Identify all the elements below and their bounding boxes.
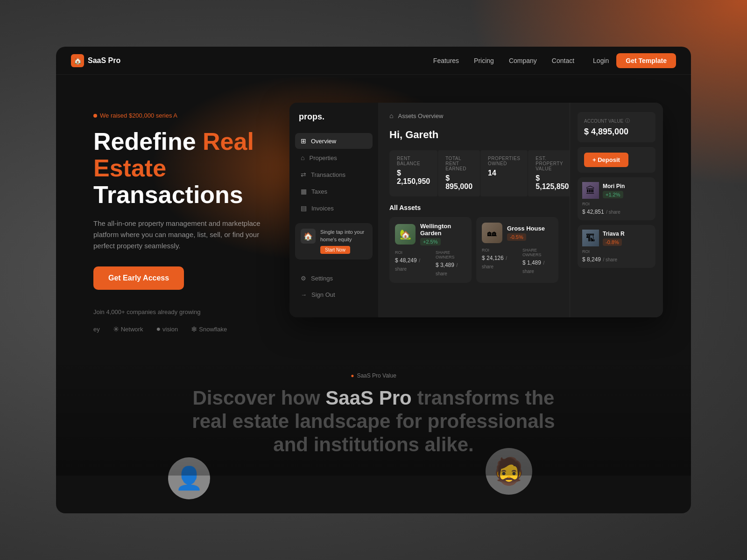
stat-property-value-label: EST. PROPERTY VALUE [536, 156, 569, 171]
gross-owners-label: SHARE OWNERS [522, 248, 553, 257]
triava-roi-unit: / share [603, 257, 618, 262]
wellington-owners: SHARE OWNERS $ 3,489 / share [436, 250, 466, 277]
nav-settings[interactable]: ⚙ Settings [295, 271, 373, 286]
stats-row: RENT BALANCE $ 2,150,950 TOTAL RENT EARN… [389, 150, 558, 196]
dash-bottom-nav: ⚙ Settings → Sign Out [289, 265, 378, 308]
nav-item-taxes-label: Taxes [311, 188, 327, 195]
gross-roi-value: $ 24,126 [482, 255, 504, 261]
hero-title-line2: Transactions [93, 181, 243, 208]
nav-item-transactions-label: Transactions [311, 171, 345, 178]
second-badge-label: SaaS Pro Value [357, 372, 396, 379]
asset-mori: 🏛 Mori Pin +1.2% ROI $ 42,851 / share [578, 177, 655, 220]
second-badge-dot: ● [351, 372, 354, 379]
nav-item-invoices-label: Invoices [311, 205, 334, 212]
nav-features[interactable]: Features [433, 57, 459, 64]
wellington-photo: 🏡 [395, 224, 416, 245]
notif-image: 🏠 [301, 229, 316, 244]
account-value-label: ACCOUNT VALUE ⓘ [584, 118, 649, 124]
wellington-roi-label: ROI [395, 250, 428, 255]
asset-wellington-info: Wellington Garden +2.5% [420, 223, 466, 245]
asset-grid: 🏡 Wellington Garden +2.5% ROI [389, 217, 558, 283]
hero-left: We raised $200,000 series A Redefine Rea… [93, 103, 271, 334]
hero-section: We raised $200,000 series A Redefine Rea… [56, 75, 691, 352]
nav-company[interactable]: Company [509, 57, 537, 64]
get-template-button[interactable]: Get Template [616, 53, 676, 68]
notif-text: Single tap into your home's equity [320, 229, 367, 243]
dash-nav: ⊞ Overview ⌂ Properties ⇄ Transactions ▦… [289, 133, 378, 217]
nav-pricing[interactable]: Pricing [474, 57, 494, 64]
all-assets-label: All Assets [389, 204, 558, 211]
dashboard-sidebar: props. ⊞ Overview ⌂ Properties ⇄ Transac… [289, 103, 378, 317]
stat-total-rent-label: TOTAL RENT EARNED [445, 156, 472, 171]
asset-gross-change: -0.5% [507, 233, 526, 241]
stat-rent-balance: RENT BALANCE $ 2,150,950 [389, 150, 437, 196]
notif-button[interactable]: Start Now [320, 246, 350, 254]
mori-change: +1.2% [603, 191, 623, 198]
mori-top: 🏛 Mori Pin +1.2% [582, 182, 651, 199]
triava-img: 🏗 [582, 230, 599, 246]
company-logos: ey ✳ Network ● vision ❄ Snowflake [93, 325, 271, 334]
nav-item-taxes[interactable]: ▦ Taxes [295, 183, 373, 199]
hero-title-white: Redefine [93, 128, 203, 155]
nav-item-invoices[interactable]: ▤ Invoices [295, 200, 373, 216]
triava-name: Triava R [603, 231, 625, 237]
wellington-owners-val: $ 3,489 / share [436, 260, 466, 277]
deposit-button[interactable]: + Deposit [584, 153, 628, 167]
navbar-logo: 🏠 SaaS Pro [71, 54, 120, 67]
second-badge: ● SaaS Pro Value [351, 372, 396, 379]
asset-wellington-top: 🏡 Wellington Garden +2.5% [395, 223, 466, 245]
mori-roi: ROI $ 42,851 / share [582, 202, 651, 216]
asset-wellington-change: +2.5% [420, 238, 441, 245]
mori-photo: 🏛 [582, 182, 599, 199]
gross-roi-label: ROI [482, 248, 515, 252]
nav-contact[interactable]: Contact [552, 57, 574, 64]
hero-badge: We raised $200,000 series A [93, 112, 271, 119]
second-section: ● SaaS Pro Value Discover how SaaS Pro t… [56, 352, 691, 476]
mori-name: Mori Pin [603, 183, 625, 189]
stat-property-value-value: $ 5,125,850 [536, 174, 569, 191]
gross-photo: 🏘 [482, 223, 502, 243]
nav-signout[interactable]: → Sign Out [295, 287, 373, 302]
logo-icon: 🏠 [71, 54, 84, 67]
second-title-line3: and institutions alike. [273, 434, 473, 455]
notif-content: Single tap into your home's equity Start… [320, 229, 367, 254]
nav-item-overview[interactable]: ⊞ Overview [295, 133, 373, 149]
transactions-icon: ⇄ [301, 171, 306, 178]
nav-item-transactions[interactable]: ⇄ Transactions [295, 167, 373, 182]
asset-gross-top: 🏘 Gross House -0.5% [482, 223, 553, 243]
signout-label: Sign Out [311, 291, 335, 298]
login-button[interactable]: Login [593, 57, 609, 64]
hero-description: The all-in-one property management and m… [93, 218, 271, 252]
dash-greeting: Hi, Gareth [389, 129, 558, 141]
asset-wellington-name: Wellington Garden [420, 223, 466, 237]
asset-wellington-stats: ROI $ 48,249 / share SHARE OWNERS $ 3,48… [395, 250, 466, 277]
triava-roi-value: $ 8,249 [582, 256, 601, 263]
gross-owners: SHARE OWNERS $ 1,489 / share [522, 248, 553, 275]
nav-item-properties-label: Properties [309, 154, 337, 161]
gross-roi-val: $ 24,126 / share [482, 253, 515, 270]
early-access-button[interactable]: Get Early Access [93, 266, 184, 290]
nav-item-properties[interactable]: ⌂ Properties [295, 150, 373, 166]
mori-roi-value: $ 42,851 [582, 209, 604, 215]
dashboard-main: ⌂ Assets Overview Hi, Gareth RENT BALANC… [378, 103, 570, 317]
account-value-card: ACCOUNT VALUE ⓘ $ 4,895,000 [578, 112, 655, 142]
second-title-part1: Discover how [193, 387, 326, 409]
mori-info: Mori Pin +1.2% [603, 183, 625, 198]
header-icon: ⌂ [389, 112, 393, 119]
info-icon: ⓘ [625, 118, 630, 124]
badge-dot [93, 114, 97, 118]
stat-properties-value: 14 [488, 169, 520, 177]
navbar-right: Login Get Template [593, 53, 676, 68]
main-card: 🏠 SaaS Pro Features Pricing Company Cont… [56, 47, 691, 513]
header-label: Assets Overview [398, 112, 443, 119]
mori-roi-label: ROI [582, 202, 651, 206]
signout-icon: → [301, 291, 307, 298]
invoices-icon: ▤ [301, 204, 307, 212]
gross-owners-val: $ 1,489 / share [522, 258, 553, 275]
triava-top: 🏗 Triava R -0.8% [582, 230, 651, 246]
logo-text: SaaS Pro [88, 56, 120, 65]
gross-roi: ROI $ 24,126 / share [482, 248, 515, 275]
navbar-links: Features Pricing Company Contact [433, 57, 574, 64]
company-snowflake: ❄ Snowflake [191, 325, 227, 334]
triava-photo: 🏗 [582, 230, 599, 246]
